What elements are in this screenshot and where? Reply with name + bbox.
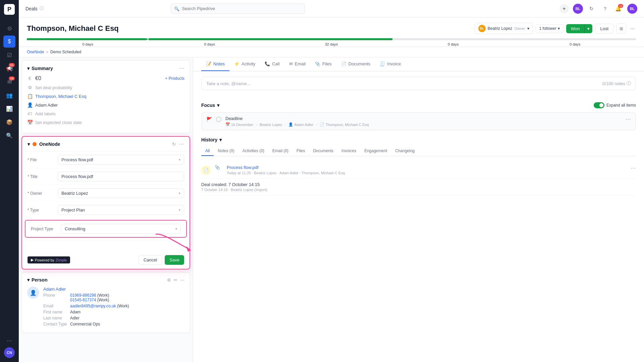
history-tab-email[interactable]: Email (0) xyxy=(268,146,292,156)
summary-section: ▾ Summary ⋯ € €0 + Products ⚙ Set deal p… xyxy=(21,60,190,133)
sidebar-item-nav-mail[interactable]: ✉ 39 xyxy=(3,76,15,88)
history-tab-documents[interactable]: Documents xyxy=(309,146,337,156)
collapse-icon-person[interactable]: ▾ xyxy=(27,277,30,283)
stage-4: 0 days xyxy=(392,38,514,47)
tab-notes[interactable]: 📝 Notes xyxy=(201,57,229,71)
owner-select[interactable]: Beatriz Lopez ▾ xyxy=(58,188,184,198)
save-button[interactable]: Save xyxy=(165,255,184,265)
attach-icon: 📎 xyxy=(215,165,220,170)
edit-icon[interactable]: ✏ xyxy=(174,278,177,283)
history-file-name[interactable]: Process flow.pdf xyxy=(227,165,627,170)
summary-person-link[interactable]: Thompson, Michael C Esq xyxy=(35,94,86,99)
info-icon[interactable]: ⓘ xyxy=(40,6,44,11)
profile-avatar[interactable]: BL xyxy=(627,4,637,14)
more-options-button[interactable]: ⋯ xyxy=(629,25,636,33)
collapse-icon[interactable]: ▾ xyxy=(27,66,30,71)
focus-chevron-icon: ▾ xyxy=(217,103,219,108)
filter-icon[interactable]: ⚙ xyxy=(167,278,171,283)
tab-call[interactable]: 📞 Call xyxy=(260,57,284,71)
person-more-icon[interactable]: ⋯ xyxy=(180,278,184,283)
person-name[interactable]: Adam Adler xyxy=(43,287,184,292)
owner-icon: 👤 xyxy=(27,102,33,108)
history-title[interactable]: History ▾ xyxy=(201,137,222,142)
history-tab-invoices[interactable]: Invoices xyxy=(337,146,360,156)
summary-labels-row[interactable]: 🏷 Add labels xyxy=(27,111,184,116)
collapse-icon-onenode[interactable]: ▾ xyxy=(28,141,30,147)
history-tab-files[interactable]: Files xyxy=(292,146,309,156)
user-avatar-topbar[interactable]: BL xyxy=(573,4,583,14)
sidebar-item-nav-more[interactable]: ⋯ xyxy=(3,335,15,347)
sidebar-item-nav-home[interactable]: ⊙ xyxy=(3,22,15,34)
phone-1-link[interactable]: 01969-886298 xyxy=(70,293,96,298)
close-date-label: Set expected close date xyxy=(35,120,82,125)
expand-toggle[interactable]: Expand all items xyxy=(594,102,636,108)
file-select[interactable]: Process flow.pdf ▾ xyxy=(58,155,184,165)
sync-button[interactable]: ↻ xyxy=(587,4,596,13)
add-button[interactable]: + xyxy=(559,4,569,13)
history-tab-all[interactable]: All xyxy=(201,146,214,156)
search-bar: 🔍 xyxy=(171,3,305,14)
follower-button[interactable]: 1 follower ▾ xyxy=(536,24,564,33)
expand-toggle-switch[interactable] xyxy=(594,102,604,108)
sidebar-item-nav-reports[interactable]: 📊 xyxy=(3,103,15,115)
email-link[interactable]: aadler8495@rampy.co.uk xyxy=(70,304,116,308)
view-toggle-button[interactable]: ⊞ xyxy=(616,23,626,34)
sidebar-item-nav-tasks[interactable]: ☑ xyxy=(3,49,15,61)
tab-documents[interactable]: 📄 Documents xyxy=(336,57,375,71)
doc-icon-small: 📄 xyxy=(320,122,324,127)
summary-title: ▾ Summary xyxy=(27,66,53,71)
history-tab-engagement[interactable]: Engagement xyxy=(360,146,391,156)
sidebar-item-nav-contacts[interactable]: 👥 xyxy=(3,89,15,101)
summary-date-row[interactable]: 📅 Set expected close date xyxy=(27,120,184,125)
summary-more-icon[interactable]: ⋯ xyxy=(179,65,184,71)
breadcrumb-current: Demo Scheduled xyxy=(50,50,81,54)
history-tab-notes[interactable]: Notes (0) xyxy=(214,146,238,156)
focus-assignee2: Adam Adler xyxy=(294,123,313,127)
focus-meta: 📅 16 December · Beatriz Lopez · 👤 Adam A… xyxy=(225,122,622,127)
history-tab-changelog[interactable]: Changelog xyxy=(391,146,419,156)
activity-tab-label: Activity xyxy=(241,61,255,66)
notifications-button[interactable]: 🔔 16 xyxy=(614,4,623,13)
cancel-button[interactable]: Cancel xyxy=(139,255,162,265)
invoice-tab-label: Invoice xyxy=(387,61,401,66)
app-logo[interactable]: P xyxy=(4,4,15,15)
sidebar-item-nav-deals[interactable]: $ xyxy=(3,36,15,48)
note-info-icon: ⓘ xyxy=(627,80,631,86)
project-type-select[interactable]: Consulting ▾ xyxy=(61,224,181,234)
search-input[interactable] xyxy=(171,3,305,14)
won-button[interactable]: Won xyxy=(566,24,585,33)
deal-title: Thompson, Michael C Esq xyxy=(27,24,119,33)
calendar-icon-small: 📅 xyxy=(225,122,230,127)
refresh-icon[interactable]: ↻ xyxy=(172,141,176,147)
owner-button[interactable]: BL Beatriz Lopez Owner ▾ xyxy=(475,23,533,34)
title-input[interactable] xyxy=(61,174,180,179)
tab-activity[interactable]: ⚡ Activity xyxy=(229,57,260,71)
add-products-link[interactable]: + Products xyxy=(165,76,184,81)
breadcrumb-parent[interactable]: OneNode xyxy=(27,50,44,54)
won-dropdown-button[interactable]: ▾ xyxy=(584,24,592,33)
title-input-wrapper[interactable] xyxy=(58,172,184,181)
user-avatar-sidebar[interactable]: CN xyxy=(4,347,15,358)
history-chevron-icon: ▾ xyxy=(219,137,222,142)
sidebar-item-nav-products[interactable]: 📦 xyxy=(3,116,15,128)
focus-item-more-icon[interactable]: ⋯ xyxy=(626,116,631,122)
lost-button[interactable]: Lost xyxy=(595,24,613,34)
type-select[interactable]: Project Plan ▾ xyxy=(58,205,184,215)
history-item-more-icon[interactable]: ⋯ xyxy=(631,165,636,171)
note-input-wrapper[interactable]: Take a note, @name... 0/100 notes ⓘ xyxy=(201,77,636,90)
email-label: Email xyxy=(43,304,70,308)
follower-chevron-icon: ▾ xyxy=(558,26,560,31)
sidebar-item-nav-leads[interactable]: 📢 55 xyxy=(3,62,15,74)
tab-files[interactable]: 📎 Files xyxy=(310,57,336,71)
help-button[interactable]: ? xyxy=(600,4,610,13)
focus-checkbox[interactable] xyxy=(216,117,221,122)
tab-email[interactable]: ✉ Email xyxy=(284,57,311,71)
focus-title[interactable]: Focus ▾ xyxy=(201,103,219,108)
summary-probability-row[interactable]: ⚙ Set deal probability xyxy=(27,85,184,90)
sidebar-item-nav-insights[interactable]: 🔍 xyxy=(3,129,15,141)
type-row: * Type Project Plan ▾ xyxy=(22,202,190,219)
tab-invoice[interactable]: 🧾 Invoice xyxy=(375,57,406,71)
history-tab-activities[interactable]: Activities (0) xyxy=(238,146,268,156)
onenode-more-icon[interactable]: ⋯ xyxy=(179,141,184,147)
phone-2-link[interactable]: 01545-817374 xyxy=(70,298,96,302)
